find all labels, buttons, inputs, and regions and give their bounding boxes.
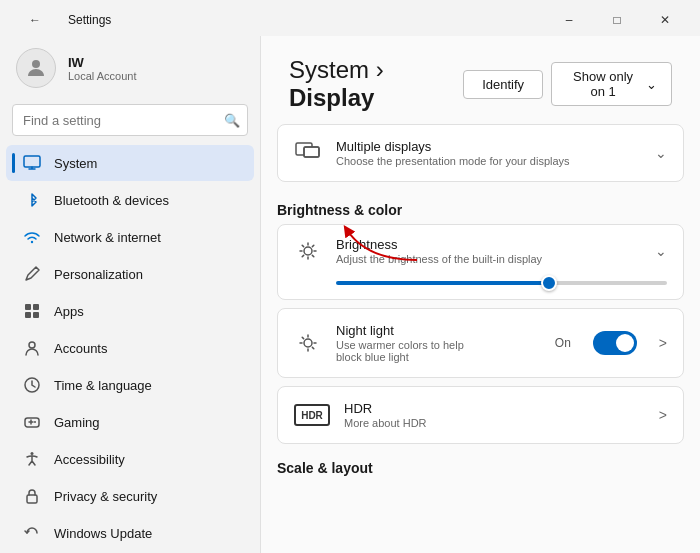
user-name: IW [68, 55, 137, 70]
sidebar-item-time[interactable]: Time & language [6, 367, 254, 403]
brightness-slider[interactable] [336, 281, 667, 285]
night-light-status: On [555, 336, 571, 350]
update-icon [22, 523, 42, 543]
page-title: System › Display [289, 56, 463, 112]
sidebar: IW Local Account 🔍 System Bluetooth & de… [0, 36, 260, 553]
svg-rect-4 [33, 304, 39, 310]
page-header: System › Display Identify Show only on 1… [261, 36, 700, 124]
brightness-chevron: ⌄ [655, 243, 667, 259]
sidebar-item-network-label: Network & internet [54, 230, 161, 245]
sidebar-item-bluetooth-label: Bluetooth & devices [54, 193, 169, 208]
sidebar-item-privacy-label: Privacy & security [54, 489, 157, 504]
svg-rect-14 [304, 147, 319, 157]
show-only-button[interactable]: Show only on 1 ⌄ [551, 62, 672, 106]
multiple-displays-icon [294, 139, 322, 167]
night-light-toggle[interactable] [593, 331, 637, 355]
sidebar-item-update-label: Windows Update [54, 526, 152, 541]
multiple-displays-chevron: ⌄ [655, 145, 667, 161]
sidebar-item-privacy[interactable]: Privacy & security [6, 478, 254, 514]
accounts-icon [22, 338, 42, 358]
window-title: Settings [68, 13, 111, 27]
content-area: Multiple displays Choose the presentatio… [261, 124, 700, 496]
identify-button[interactable]: Identify [463, 70, 543, 99]
svg-rect-12 [27, 495, 37, 503]
svg-point-2 [31, 241, 33, 243]
system-icon [22, 153, 42, 173]
sidebar-item-accounts[interactable]: Accounts [6, 330, 254, 366]
close-button[interactable]: ✕ [642, 8, 688, 32]
sidebar-item-time-label: Time & language [54, 378, 152, 393]
multiple-displays-subtitle: Choose the presentation mode for your di… [336, 155, 641, 167]
titlebar-controls: – □ ✕ [546, 8, 688, 32]
sidebar-item-gaming-label: Gaming [54, 415, 100, 430]
main-content: System › Display Identify Show only on 1… [260, 36, 700, 553]
user-account-type: Local Account [68, 70, 137, 82]
accessibility-icon [22, 449, 42, 469]
breadcrumb-parent: System [289, 56, 369, 83]
hdr-badge: HDR [294, 404, 330, 426]
night-light-row[interactable]: Night light Use warmer colors to help bl… [278, 309, 683, 377]
svg-point-18 [304, 339, 312, 347]
page-display-title: Display [289, 84, 374, 111]
titlebar: ← Settings – □ ✕ [0, 0, 700, 36]
hdr-card: HDR HDR More about HDR > [277, 386, 684, 444]
hdr-title: HDR [344, 401, 645, 416]
svg-point-11 [31, 452, 34, 455]
personalization-icon [22, 264, 42, 284]
back-button[interactable]: ← [12, 8, 58, 32]
show-only-label: Show only on 1 [566, 69, 640, 99]
sidebar-item-apps-label: Apps [54, 304, 84, 319]
network-icon [22, 227, 42, 247]
sidebar-item-accounts-label: Accounts [54, 341, 107, 356]
breadcrumb-separator: › [376, 56, 384, 83]
night-light-subtitle: Use warmer colors to help block blue lig… [336, 339, 541, 363]
sidebar-item-bluetooth[interactable]: Bluetooth & devices [6, 182, 254, 218]
brightness-card: Brightness Adjust the brightness of the … [277, 224, 684, 300]
show-only-chevron: ⌄ [646, 77, 657, 92]
app-body: IW Local Account 🔍 System Bluetooth & de… [0, 36, 700, 553]
titlebar-left: ← Settings [12, 8, 111, 32]
svg-rect-6 [33, 312, 39, 318]
svg-rect-5 [25, 312, 31, 318]
avatar [16, 48, 56, 88]
sidebar-item-gaming[interactable]: Gaming [6, 404, 254, 440]
minimize-button[interactable]: – [546, 8, 592, 32]
multiple-displays-row[interactable]: Multiple displays Choose the presentatio… [278, 125, 683, 181]
hdr-chevron: > [659, 407, 667, 423]
apps-icon [22, 301, 42, 321]
sidebar-item-network[interactable]: Network & internet [6, 219, 254, 255]
time-icon [22, 375, 42, 395]
brightness-text: Brightness Adjust the brightness of the … [336, 237, 641, 265]
hdr-text: HDR More about HDR [344, 401, 645, 429]
privacy-icon [22, 486, 42, 506]
search-box: 🔍 [12, 104, 248, 136]
user-profile[interactable]: IW Local Account [0, 36, 260, 100]
bluetooth-icon [22, 190, 42, 210]
multiple-displays-text: Multiple displays Choose the presentatio… [336, 139, 641, 167]
sidebar-item-system-label: System [54, 156, 97, 171]
night-light-chevron: > [659, 335, 667, 351]
svg-point-16 [304, 247, 312, 255]
svg-rect-3 [25, 304, 31, 310]
svg-point-0 [32, 60, 40, 68]
sidebar-item-update[interactable]: Windows Update [6, 515, 254, 551]
brightness-row[interactable]: Brightness Adjust the brightness of the … [278, 225, 683, 277]
search-input[interactable] [12, 104, 248, 136]
brightness-icon [294, 237, 322, 265]
maximize-button[interactable]: □ [594, 8, 640, 32]
user-info: IW Local Account [68, 55, 137, 82]
brightness-card-wrapper: Brightness Adjust the brightness of the … [277, 224, 684, 300]
multiple-displays-title: Multiple displays [336, 139, 641, 154]
sidebar-item-accessibility[interactable]: Accessibility [6, 441, 254, 477]
night-light-title: Night light [336, 323, 541, 338]
sidebar-item-personalization[interactable]: Personalization [6, 256, 254, 292]
sidebar-item-apps[interactable]: Apps [6, 293, 254, 329]
gaming-icon [22, 412, 42, 432]
hdr-row[interactable]: HDR HDR More about HDR > [278, 387, 683, 443]
sidebar-item-system[interactable]: System [6, 145, 254, 181]
hdr-subtitle: More about HDR [344, 417, 645, 429]
sidebar-item-accessibility-label: Accessibility [54, 452, 125, 467]
header-controls: Identify Show only on 1 ⌄ [463, 62, 672, 106]
brightness-subtitle: Adjust the brightness of the built-in di… [336, 253, 641, 265]
night-light-icon [294, 329, 322, 357]
